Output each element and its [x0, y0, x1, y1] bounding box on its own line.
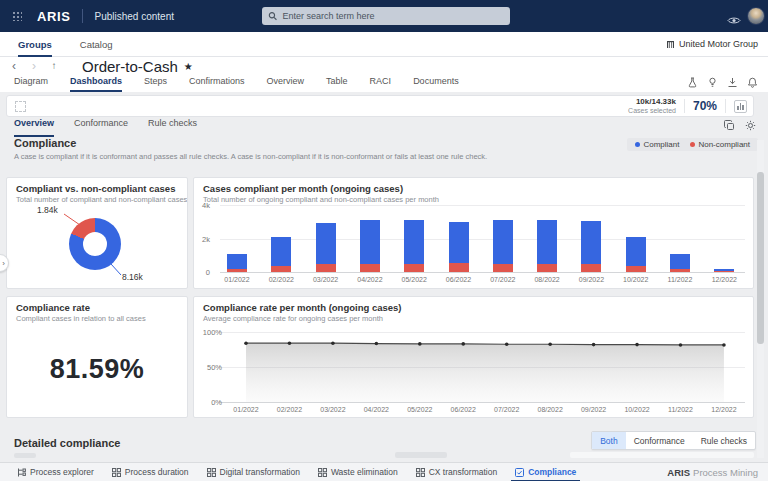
bar-segment-non-compliant: [670, 269, 690, 272]
x-axis-label: 04/2022: [348, 276, 392, 283]
search-input[interactable]: [282, 11, 504, 21]
data-point[interactable]: [635, 343, 639, 347]
scrollbar-thumb[interactable]: [757, 172, 764, 344]
stacked-bar-06/2022[interactable]: [449, 222, 469, 272]
stacked-bar-07/2022[interactable]: [493, 220, 513, 272]
brand-bold: ARIS: [667, 467, 690, 478]
search-box[interactable]: [262, 7, 510, 25]
bar-segment-non-compliant: [493, 264, 513, 272]
model-tab-diagram[interactable]: Diagram: [14, 76, 48, 92]
sheet-tab-process-explorer[interactable]: Process explorer: [8, 463, 103, 481]
card-title: Cases compliant per month (ongoing cases…: [203, 183, 403, 194]
workspace-tab-groups[interactable]: Groups: [18, 39, 52, 57]
donut-chart-card: Compliant vs. non-compliant cases Total …: [6, 177, 188, 289]
detailed-segmented-control: BothConformanceRule checks: [591, 431, 756, 450]
segment-rule-checks[interactable]: Rule checks: [693, 432, 755, 449]
lightbulb-icon[interactable]: [707, 77, 718, 88]
y-axis-tick: 0: [198, 268, 210, 277]
card-subtitle: Total number of ongoing compliant and no…: [203, 195, 439, 204]
model-tab-documents[interactable]: Documents: [413, 76, 459, 92]
bar-segment-non-compliant: [626, 266, 646, 272]
model-tab-confirmations[interactable]: Confirmations: [189, 76, 245, 92]
up-arrow-icon[interactable]: ↑: [48, 61, 60, 71]
model-tabs-row: DiagramDashboardsStepsConfirmationsOverv…: [0, 77, 768, 92]
line-chart[interactable]: [194, 297, 753, 417]
line-chart-card: Compliance rate per month (ongoing cases…: [193, 296, 754, 418]
data-point[interactable]: [548, 342, 552, 346]
stacked-bar-08/2022[interactable]: [537, 220, 557, 272]
selection-chart-icon[interactable]: [734, 100, 747, 113]
stacked-bar-11/2022[interactable]: [670, 254, 690, 272]
model-tab-overview[interactable]: Overview: [267, 76, 305, 92]
back-arrow-icon[interactable]: ‹: [8, 60, 20, 72]
stacked-bar-12/2022[interactable]: [714, 269, 734, 272]
sheet-tab-compliance[interactable]: Compliance: [506, 463, 585, 481]
donut-label-non-compliant: 1.84k: [37, 205, 58, 215]
sheet-tab-process-duration[interactable]: Process duration: [103, 463, 198, 481]
download-icon[interactable]: [727, 77, 738, 88]
breadcrumb: ‹ › ↑ Order-to-Cash ★: [0, 55, 768, 77]
bell-icon[interactable]: [747, 77, 758, 88]
model-actions: [687, 77, 758, 88]
data-point[interactable]: [418, 342, 422, 346]
user-avatar[interactable]: [747, 7, 765, 25]
model-tab-raci[interactable]: RACI: [370, 76, 392, 92]
dashboard-tab-rule-checks[interactable]: Rule checks: [148, 118, 197, 137]
model-tab-steps[interactable]: Steps: [144, 76, 167, 92]
tenant-selector[interactable]: United Motor Group: [666, 39, 758, 49]
stacked-bar-02/2022[interactable]: [271, 237, 291, 272]
workspace-tab-catalog[interactable]: Catalog: [80, 39, 113, 57]
sheet-tab-label: Waste elimination: [331, 467, 398, 477]
select-cases-icon[interactable]: [15, 101, 26, 112]
stacked-bar-01/2022[interactable]: [227, 254, 247, 272]
stacked-bar-04/2022[interactable]: [360, 220, 380, 272]
data-point[interactable]: [679, 343, 683, 347]
stacked-bar-03/2022[interactable]: [316, 223, 336, 272]
data-point[interactable]: [244, 341, 248, 345]
stacked-bar-09/2022[interactable]: [581, 221, 601, 272]
dashboard-icon: [416, 468, 425, 477]
model-tab-dashboards[interactable]: Dashboards: [70, 76, 122, 92]
line-area-fill: [246, 343, 724, 402]
legend-item-non-compliant[interactable]: Non-compliant: [690, 140, 750, 149]
sheet-tab-waste-elimination[interactable]: Waste elimination: [309, 463, 407, 481]
x-axis-label: 01/2022: [224, 406, 268, 413]
search-icon: [268, 11, 277, 21]
copy-icon[interactable]: [724, 120, 735, 131]
data-point[interactable]: [592, 343, 596, 347]
x-axis-label: 11/2022: [658, 276, 702, 283]
favorite-star-icon[interactable]: ★: [184, 61, 193, 72]
segment-both[interactable]: Both: [592, 432, 626, 449]
data-point[interactable]: [331, 341, 335, 345]
beaker-icon[interactable]: [687, 77, 698, 88]
sheet-tab-digital-transformation[interactable]: Digital transformation: [198, 463, 309, 481]
legend-item-compliant[interactable]: Compliant: [635, 140, 679, 149]
segment-conformance[interactable]: Conformance: [626, 432, 693, 449]
divider: [725, 99, 726, 113]
stacked-bar-05/2022[interactable]: [404, 220, 424, 272]
topbar-divider: [82, 9, 83, 23]
forward-arrow-icon[interactable]: ›: [28, 60, 40, 72]
bar-segment-compliant: [404, 220, 424, 264]
data-point[interactable]: [722, 343, 726, 347]
section-description: A case is compliant if it is conformant …: [14, 152, 487, 161]
stacked-bar-10/2022[interactable]: [626, 237, 646, 272]
settings-gear-icon[interactable]: [745, 120, 756, 131]
data-point[interactable]: [375, 342, 379, 346]
data-point[interactable]: [505, 342, 509, 346]
dashboard-tab-conformance[interactable]: Conformance: [74, 118, 128, 137]
data-point[interactable]: [288, 341, 292, 345]
bar-segment-non-compliant: [271, 266, 291, 272]
data-point[interactable]: [461, 342, 465, 346]
sheet-tab-cx-transformation[interactable]: CX transformation: [407, 463, 507, 481]
visibility-eye-icon[interactable]: [727, 11, 741, 29]
dashboard-actions: [724, 120, 756, 131]
bar-segment-compliant: [360, 220, 380, 264]
cases-count-label: Cases selected: [628, 107, 676, 116]
legend-dot: [635, 142, 640, 147]
model-tab-table[interactable]: Table: [326, 76, 348, 92]
bar-segment-non-compliant: [449, 263, 469, 272]
app-launcher-icon[interactable]: [12, 11, 22, 21]
dashboard-tab-overview[interactable]: Overview: [14, 118, 54, 137]
card-title: Compliance rate: [16, 302, 90, 313]
